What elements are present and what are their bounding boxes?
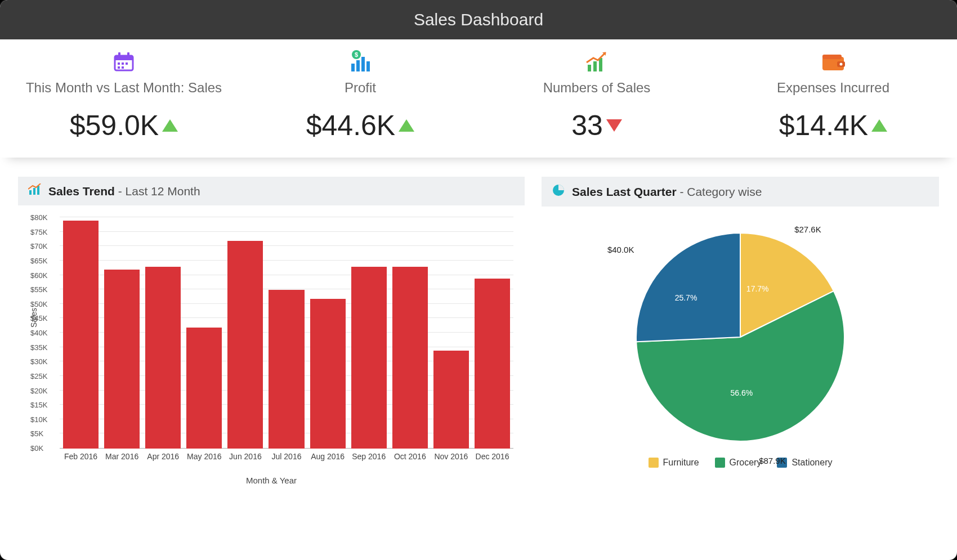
svg-rect-17 — [599, 58, 602, 71]
x-tick: Jul 2016 — [269, 452, 304, 461]
bar[interactable] — [145, 267, 181, 449]
bar-column — [392, 267, 428, 449]
wallet-icon — [820, 50, 846, 73]
bar-plot — [60, 218, 513, 449]
bar-column — [310, 299, 346, 449]
bar[interactable] — [392, 267, 428, 449]
pie-pct-label: 17.7% — [746, 284, 769, 293]
bar-column — [227, 241, 263, 449]
bar[interactable] — [433, 351, 469, 449]
charts-row: Sales Trend - Last 12 Month Sales $0K$5K… — [0, 158, 957, 496]
bar[interactable] — [351, 267, 387, 449]
calendar-icon — [113, 50, 135, 73]
bar[interactable] — [475, 279, 510, 449]
x-tick: Mar 2016 — [104, 452, 140, 461]
svg-text:$: $ — [355, 51, 358, 58]
bar-column — [186, 328, 222, 449]
svg-rect-11 — [361, 57, 365, 71]
x-tick: May 2016 — [186, 452, 222, 461]
svg-rect-15 — [588, 65, 591, 71]
trend-icon — [584, 50, 609, 73]
svg-rect-9 — [351, 64, 355, 71]
legend-furniture: Furniture — [649, 458, 699, 468]
bar[interactable] — [269, 290, 304, 449]
y-tick: $20K — [30, 386, 47, 395]
svg-rect-25 — [37, 186, 39, 195]
panel-title: Sales Trend - Last 12 Month — [48, 185, 200, 198]
pie-slice[interactable] — [636, 233, 740, 342]
pie-chart-icon — [552, 183, 565, 200]
bar-column — [145, 267, 181, 449]
kpi-value-row: $14.4K — [779, 109, 887, 142]
sales-quarter-panel: Sales Last Quarter - Category wise 17.7%… — [542, 177, 939, 491]
y-tick: $80K — [30, 213, 47, 222]
kpi-label: This Month vs Last Month: Sales — [26, 80, 222, 96]
kpi-label: Numbers of Sales — [543, 80, 651, 96]
pie-value-callout: $40.0K — [607, 245, 634, 254]
panel-title-main: Sales Trend — [48, 185, 115, 198]
x-tick: Feb 2016 — [63, 452, 99, 461]
trend-up-icon — [162, 119, 178, 132]
legend-grocery: Grocery — [715, 458, 762, 468]
kpi-value: 33 — [571, 109, 603, 142]
trend-up-icon — [399, 119, 414, 132]
dashboard-header: Sales Dashboard — [0, 0, 957, 39]
x-tick: Nov 2016 — [433, 452, 469, 461]
trend-down-icon — [606, 119, 622, 132]
bar[interactable] — [310, 299, 346, 449]
bar[interactable] — [186, 328, 222, 449]
svg-rect-23 — [29, 190, 32, 195]
y-tick: $75K — [30, 227, 47, 236]
svg-rect-5 — [122, 62, 124, 65]
svg-rect-6 — [126, 62, 128, 65]
kpi-expenses: Expenses Incurred $14.4K — [719, 50, 946, 142]
y-tick: $40K — [30, 329, 47, 337]
bar[interactable] — [104, 270, 140, 449]
kpi-label: Profit — [345, 80, 376, 96]
kpi-value: $44.6K — [306, 109, 395, 142]
pie-pct-label: 25.7% — [675, 293, 697, 302]
svg-rect-2 — [118, 52, 120, 57]
kpi-label: Expenses Incurred — [777, 80, 889, 96]
x-tick: Aug 2016 — [310, 452, 346, 461]
panel-title-sub: - Last 12 Month — [115, 185, 200, 198]
y-tick: $50K — [30, 299, 47, 308]
x-tick: Sep 2016 — [351, 452, 387, 461]
pie-chart: 17.7%$27.6K56.6%$87.9K25.7%$40.0K Furnit… — [547, 219, 933, 483]
kpi-value: $59.0K — [70, 109, 159, 142]
svg-point-22 — [840, 63, 843, 66]
kpi-value-row: 33 — [571, 109, 622, 142]
x-tick: Dec 2016 — [475, 452, 510, 461]
panel-head: Sales Trend - Last 12 Month — [18, 177, 525, 205]
kpi-profit: $ Profit $44.6K — [247, 50, 473, 142]
x-axis-label: Month & Year — [24, 476, 519, 485]
panel-title-sub: - Category wise — [677, 185, 762, 198]
y-tick: $60K — [30, 271, 47, 279]
bar-column — [63, 221, 99, 449]
dashboard-frame: Sales Dashboard This Month vs Last Month… — [0, 0, 957, 560]
legend-label: Furniture — [663, 458, 699, 468]
y-tick: $70K — [30, 242, 47, 250]
bar[interactable] — [63, 221, 99, 449]
bar[interactable] — [227, 241, 263, 449]
legend-label: Stationery — [791, 458, 832, 468]
bar-column — [351, 267, 387, 449]
bar-column — [104, 270, 140, 449]
trend-up-icon — [871, 119, 887, 132]
profit-icon: $ — [348, 50, 373, 73]
y-tick: $30K — [30, 357, 47, 366]
y-tick: $0K — [30, 444, 43, 453]
pie-value-callout: $87.9K — [759, 456, 786, 465]
y-tick: $55K — [30, 285, 47, 294]
panel-body: Sales $0K$5K$10K$15K$20K$25K$30K$35K$40K… — [18, 205, 525, 491]
y-tick: $65K — [30, 256, 47, 265]
bar-chart: Sales $0K$5K$10K$15K$20K$25K$30K$35K$40K… — [60, 218, 513, 471]
svg-rect-20 — [822, 55, 842, 59]
kpi-sales: This Month vs Last Month: Sales $59.0K — [10, 50, 237, 142]
legend-label: Grocery — [730, 458, 762, 468]
y-tick: $5K — [30, 429, 43, 438]
pie-legend: Furniture Grocery Stationery — [649, 458, 833, 468]
pie-value-callout: $27.6K — [794, 225, 821, 234]
svg-rect-8 — [122, 66, 124, 69]
svg-rect-16 — [593, 61, 597, 71]
